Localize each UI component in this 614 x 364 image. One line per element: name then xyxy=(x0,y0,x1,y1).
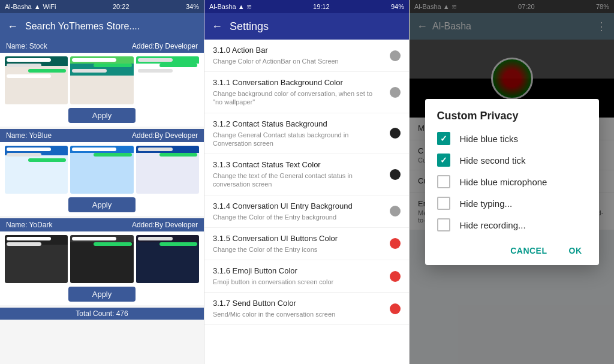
settings-310-toggle[interactable] xyxy=(390,50,401,61)
custom-privacy-dialog: Custom Privacy ✓ Hide blue ticks ✓ Hide … xyxy=(425,99,599,265)
option-recording-label: Hide recording... xyxy=(460,220,526,230)
theme-yoblue-apply-row: Apply xyxy=(0,195,204,216)
settings-315-desc: Change the Color of the Entry icons xyxy=(213,245,384,254)
settings-312-desc: Change General Contact status background… xyxy=(213,131,384,148)
theme-stock-name: Name: Stock xyxy=(6,42,47,50)
settings-314-toggle[interactable] xyxy=(390,206,401,216)
back-arrow-icon[interactable]: ← xyxy=(7,20,18,33)
settings-314-title: 3.1.4 Conversation UI Entry Background xyxy=(213,201,384,212)
settings-311-title: 3.1.1 Conversation Background Color xyxy=(213,78,384,88)
option-typing-label: Hide typing... xyxy=(460,198,513,209)
panel2-status-bar: Al-Basha ▲ ≋ 19:12 94% xyxy=(204,0,409,13)
option-second-tick-label: Hide second tick xyxy=(460,155,526,166)
theme-yoblue-apply-btn[interactable]: Apply xyxy=(68,197,136,212)
theme-yodark-name: Name: YoDark xyxy=(6,221,52,229)
theme-yoblue: Name: YoBlue Added:By Developer xyxy=(0,129,204,216)
settings-316-toggle[interactable] xyxy=(390,271,401,282)
settings-317-title: 3.1.7 Send Button Color xyxy=(213,299,384,309)
panel2-header: ← Settings xyxy=(204,13,409,40)
option-blue-mic-label: Hide blue microphone xyxy=(460,177,547,187)
theme-stock-header: Name: Stock Added:By Developer xyxy=(0,40,204,53)
settings-316-title: 3.1.6 Emoji Button Color xyxy=(213,266,384,276)
dialog-ok-btn[interactable]: OK xyxy=(564,243,587,258)
theme-yodark-previews xyxy=(0,231,204,284)
dialog-title: Custom Privacy xyxy=(437,110,587,122)
settings-item-311-text: 3.1.1 Conversation Background Color Chan… xyxy=(213,78,384,106)
theme-yoblue-header: Name: YoBlue Added:By Developer xyxy=(0,129,204,142)
theme-stock-apply-btn[interactable]: Apply xyxy=(68,108,136,123)
dialog-overlay: Custom Privacy ✓ Hide blue ticks ✓ Hide … xyxy=(410,0,614,364)
theme-yoblue-added: Added:By Developer xyxy=(132,131,198,140)
panel2-title: Settings xyxy=(230,20,269,33)
settings-item-317-text: 3.1.7 Send Button Color Send/Mic color i… xyxy=(213,299,384,318)
panel1-status-left: Al-Basha ▲ WiFi xyxy=(5,3,56,10)
panel-yothemes: Al-Basha ▲ WiFi 20:22 34% ← Search YoThe… xyxy=(0,0,204,364)
theme-yodark-apply-row: Apply xyxy=(0,284,204,305)
theme-preview-6 xyxy=(136,146,199,194)
settings-310-desc: Change Color of ActionBar on Chat Screen xyxy=(213,57,384,65)
settings-item-316[interactable]: 3.1.6 Emoji Button Color Emoji button in… xyxy=(204,260,409,293)
dialog-option-3[interactable]: Hide typing... xyxy=(437,197,587,210)
theme-stock-previews xyxy=(0,53,204,106)
dialog-option-1[interactable]: ✓ Hide second tick xyxy=(437,154,587,167)
checkbox-blue-ticks[interactable]: ✓ xyxy=(437,132,450,145)
theme-preview-7 xyxy=(5,235,68,283)
settings-312-toggle[interactable] xyxy=(390,128,401,139)
theme-preview-8 xyxy=(70,235,133,283)
panel2-status-left: Al-Basha ▲ ≋ xyxy=(209,3,252,11)
settings-item-312-text: 3.1.2 Contact Status Background Change G… xyxy=(213,119,384,148)
settings-316-desc: Emoji button in conversation screen colo… xyxy=(213,278,384,286)
settings-item-315[interactable]: 3.1.5 Conversation UI Buttons Color Chan… xyxy=(204,228,409,260)
theme-preview-4 xyxy=(5,146,68,194)
panel1-signal-icon: ▲ xyxy=(34,3,41,10)
dialog-cancel-btn[interactable]: CANCEL xyxy=(505,243,552,258)
settings-311-toggle[interactable] xyxy=(390,87,401,98)
theme-preview-2 xyxy=(70,56,133,104)
settings-item-310-text: 3.1.0 Action Bar Change Color of ActionB… xyxy=(213,46,384,65)
theme-stock-apply-row: Apply xyxy=(0,106,204,127)
checkbox-recording[interactable] xyxy=(437,218,450,231)
dialog-option-4[interactable]: Hide recording... xyxy=(437,218,587,231)
panel-custom-privacy: Al-Basha ▲ ≋ 07:20 78% ← Al-Basha ⋮ M C … xyxy=(409,0,614,364)
panel2-content: 3.1.0 Action Bar Change Color of ActionB… xyxy=(204,40,409,364)
settings-312-title: 3.1.2 Contact Status Background xyxy=(213,119,384,130)
settings-item-310[interactable]: 3.1.0 Action Bar Change Color of ActionB… xyxy=(204,40,409,72)
settings-item-317[interactable]: 3.1.7 Send Button Color Send/Mic color i… xyxy=(204,293,409,325)
checkbox-blue-mic[interactable] xyxy=(437,175,450,188)
panel1-status-name: Al-Basha xyxy=(5,3,32,10)
settings-311-desc: Change background color of conversation,… xyxy=(213,89,384,107)
checkmark-icon-2: ✓ xyxy=(440,156,447,164)
panel2-status-time: 19:12 xyxy=(313,3,330,10)
panel1-status-bar: Al-Basha ▲ WiFi 20:22 34% xyxy=(0,0,204,13)
panel2-status-name: Al-Basha xyxy=(209,3,236,10)
theme-preview-1 xyxy=(5,56,68,104)
checkmark-icon: ✓ xyxy=(440,134,447,143)
settings-item-312[interactable]: 3.1.2 Contact Status Background Change G… xyxy=(204,113,409,154)
theme-stock: Name: Stock Added:By Developer xyxy=(0,40,204,127)
settings-315-toggle[interactable] xyxy=(390,238,401,249)
settings-item-311[interactable]: 3.1.1 Conversation Background Color Chan… xyxy=(204,72,409,113)
dialog-option-2[interactable]: Hide blue microphone xyxy=(437,175,587,188)
panel2-back-icon[interactable]: ← xyxy=(212,20,222,33)
settings-item-313-text: 3.1.3 Contact Status Text Color Change t… xyxy=(213,160,384,188)
settings-item-314[interactable]: 3.1.4 Conversation UI Entry Background C… xyxy=(204,195,409,228)
theme-preview-9 xyxy=(136,235,199,283)
settings-item-313[interactable]: 3.1.3 Contact Status Text Color Change t… xyxy=(204,154,409,195)
dialog-option-0[interactable]: ✓ Hide blue ticks xyxy=(437,132,587,145)
theme-yoblue-previews xyxy=(0,142,204,195)
option-blue-ticks-label: Hide blue ticks xyxy=(460,134,519,144)
checkbox-typing[interactable] xyxy=(437,197,450,210)
settings-item-315-text: 3.1.5 Conversation UI Buttons Color Chan… xyxy=(213,234,384,254)
settings-313-toggle[interactable] xyxy=(390,169,401,180)
panel1-wifi-icon: WiFi xyxy=(43,3,56,10)
theme-stock-added: Added:By Developer xyxy=(132,42,198,50)
settings-317-toggle[interactable] xyxy=(390,303,401,314)
theme-yoblue-name: Name: YoBlue xyxy=(6,131,52,140)
settings-317-desc: Send/Mic color in the conversation scree… xyxy=(213,310,384,318)
theme-yodark-apply-btn[interactable]: Apply xyxy=(68,287,136,302)
checkbox-second-tick[interactable]: ✓ xyxy=(437,154,450,167)
settings-item-316-text: 3.1.6 Emoji Button Color Emoji button in… xyxy=(213,266,384,286)
panel1-header: ← Search YoThemes Store.... xyxy=(0,13,204,40)
dialog-actions: CANCEL OK xyxy=(437,240,587,258)
panel1-status-right: 34% xyxy=(186,3,199,10)
